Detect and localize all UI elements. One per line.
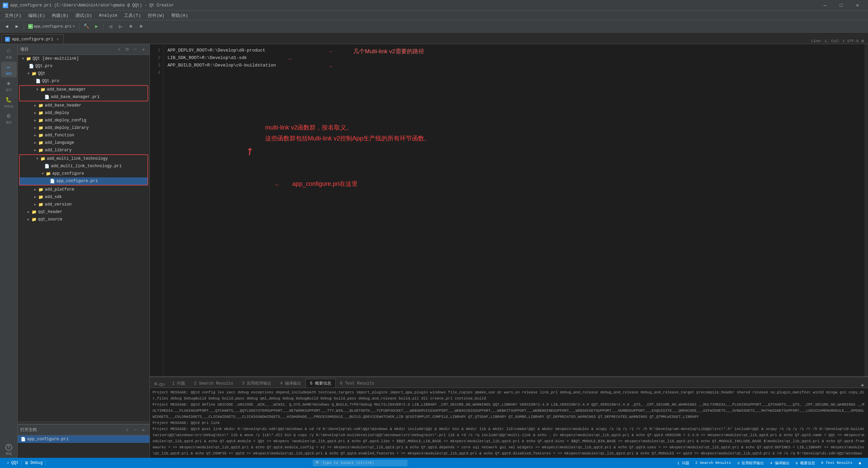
sdk-icon: 📁	[38, 194, 43, 200]
menu-controls[interactable]: 控件(W)	[144, 11, 168, 20]
language-icon: 📁	[38, 140, 43, 145]
sidebar-item-welcome[interactable]: ⌂ 欢迎	[1, 45, 17, 61]
tree-item-qqt-header[interactable]: ▶ 📁 qqt_header	[18, 208, 150, 216]
nav-back-button[interactable]: ◁	[106, 22, 115, 31]
lower-sync-btn[interactable]: —	[132, 427, 139, 433]
tree-item-multilink-pri[interactable]: 📄 add_multi_link_technology.pri	[20, 162, 147, 170]
annotation-multilink-text: multi-link v2函数群，按名取义。 这些函数群包括Multi-link…	[265, 122, 430, 144]
tree-item-qqt-source[interactable]: ▶ 📁 qqt_source	[18, 216, 150, 223]
lower-filter-btn[interactable]: ⚡	[124, 427, 131, 433]
bottom-content: Project MESSAGE: QQtd config lex yacc de…	[150, 388, 868, 458]
menu-help[interactable]: 帮助(H)	[168, 11, 191, 20]
minimize-button[interactable]: —	[817, 0, 833, 11]
line-num-2: 2	[150, 54, 160, 62]
maximize-button[interactable]: □	[833, 0, 849, 11]
tree-item-version[interactable]: ▶ 📁 add_version	[18, 201, 150, 208]
status-tab-app-output[interactable]: 3 应用程序输出	[734, 461, 767, 466]
collapse-btn[interactable]: —	[132, 46, 139, 53]
tree-item-root[interactable]: ▼ 📁 QQt [dev-multilink]	[18, 55, 150, 62]
qqtpro-inner-icon: 📄	[35, 78, 41, 84]
chevron-right-icon9: ▶	[33, 195, 38, 199]
status-tab-summary[interactable]: 6 概要信息	[793, 461, 818, 466]
bottom-tab-summary[interactable]: 6 概要信息	[305, 379, 335, 388]
close-button[interactable]: ✕	[850, 0, 865, 11]
menu-edit[interactable]: 编辑(E)	[25, 11, 48, 20]
close-panel-btn[interactable]: ✕	[140, 46, 147, 53]
bottom-tab-test[interactable]: 8 Test Results	[336, 379, 379, 388]
bottom-tab-problems[interactable]: 1 问题	[168, 379, 190, 388]
filetree-hscrollbar[interactable]	[18, 421, 150, 424]
tab-close-button[interactable]: ✕	[55, 37, 60, 42]
tree-item-language[interactable]: ▶ 📁 add_language	[18, 139, 150, 147]
tree-item-library[interactable]: ▶ 📁 add_library	[18, 147, 150, 154]
bottom-tab-compile[interactable]: 4 编译输出	[276, 379, 305, 388]
toolbar-sep2	[79, 23, 80, 30]
bottom-summary-icon[interactable]: ≡	[154, 381, 157, 387]
sidebar-item-edit[interactable]: ✏ 编辑	[1, 62, 17, 77]
base-mgr-pri-label: add_base_manager.pri	[51, 95, 100, 99]
tree-item-function[interactable]: ▶ 📁 add_function	[18, 132, 150, 139]
bottom-prev-btn[interactable]: ◁	[158, 381, 161, 388]
tree-item-deploy-lib[interactable]: ▶ 📁 add_deploy_library	[18, 124, 150, 132]
settings-icon[interactable]: ⚙	[861, 38, 864, 44]
sidebar-item-project[interactable]: ⚙ 项目	[1, 111, 17, 126]
menu-analyze[interactable]: Analyze	[96, 11, 121, 20]
menu-build[interactable]: 构建(B)	[48, 11, 72, 20]
forward-button[interactable]: ▶	[12, 22, 22, 31]
menu-file[interactable]: 文件(F)	[1, 11, 25, 20]
tab-app-configure[interactable]: p app_configure.pri ✕	[1, 34, 64, 44]
back-button[interactable]: ◀	[2, 22, 12, 31]
menu-tools[interactable]: 工具(T)	[121, 11, 144, 20]
tree-item-qqtpro[interactable]: 📄 QQt.pro	[18, 62, 150, 70]
lower-file-item-app-configure[interactable]: 📄 app_configure.pri	[18, 435, 150, 443]
bookmark-button[interactable]: ⊕	[126, 22, 136, 31]
tree-item-app-configure-pri[interactable]: 📄 app_configure.pri	[20, 177, 147, 185]
bottom-panel-controls: ≡ ◁ ▷	[151, 381, 168, 388]
tree-item-platform[interactable]: ▶ 📁 add_platform	[18, 186, 150, 193]
qqt-header-icon: 📁	[31, 209, 37, 215]
bottom-tab-app-output[interactable]: 3 应用程序输出	[238, 379, 276, 388]
tree-item-qqt[interactable]: ▼ 📁 QQt	[18, 70, 150, 77]
qqt-arrow: ▼	[26, 72, 31, 76]
debug-icon: 🐛	[5, 96, 13, 104]
bottom-collapse-btn[interactable]: ▲	[859, 382, 867, 388]
status-tab-test[interactable]: 8 Test Results	[818, 461, 855, 465]
bottom-tab-search[interactable]: 2 Search Results	[190, 379, 237, 388]
sidebar-item-help[interactable]: ? 帮助	[1, 442, 17, 458]
status-tab-problems[interactable]: 1 问题	[674, 461, 692, 466]
status-search-bar[interactable]: 🔍 Type to locate (Ctrl+K)	[313, 460, 408, 466]
close-doc-button[interactable]: ⊗	[136, 22, 146, 31]
bottom-next-btn[interactable]: ▷	[162, 381, 165, 388]
root-folder-icon: 📁	[26, 56, 31, 61]
status-tab-search[interactable]: 2 Search Results	[693, 461, 734, 465]
app-configure-folder-icon: 📁	[45, 171, 51, 176]
tree-item-base-mgr[interactable]: ▼ 📁 add_base_manager	[20, 86, 147, 93]
run-button[interactable]: ▶	[92, 22, 101, 31]
tree-item-base-header[interactable]: ▶ 📁 add_base_header	[18, 102, 150, 109]
window-title: app_configure.pri (C:\Users\Administrato…	[10, 3, 174, 8]
menu-debug[interactable]: 调试(D)	[72, 11, 95, 20]
platform-label: add_platform	[45, 187, 74, 192]
filter-btn[interactable]: ⚡	[116, 46, 122, 53]
tree-item-multilink[interactable]: ▼ 📁 add_multi_link_technology	[20, 155, 147, 162]
app-configure-pri-icon: 📄	[50, 178, 55, 184]
run-config-button[interactable]: ▶ app_configure.pri ▾	[26, 22, 77, 31]
sidebar-item-debug[interactable]: 🐛 Debug	[1, 94, 17, 110]
tree-item-deploy-config[interactable]: ▶ 📁 add_deploy_config	[18, 117, 150, 124]
tree-item-base-mgr-pri[interactable]: 📄 add_base_manager.pri	[20, 93, 147, 101]
sidebar-item-design[interactable]: ◈ 设计	[1, 78, 17, 94]
lower-close-btn[interactable]: ✕	[140, 427, 147, 433]
bottom-text: Project MESSAGE: QQtd config lex yacc de…	[153, 390, 864, 458]
tree-item-app-configure-folder[interactable]: ▼ 📁 app_configure	[20, 170, 147, 177]
status-tab-compile[interactable]: 4 编译输出	[767, 461, 792, 466]
tree-item-qqt-pro-inner[interactable]: 📄 QQt.pro	[18, 77, 150, 85]
build-button[interactable]: 🔨	[82, 22, 91, 31]
code-content-wrapper[interactable]: APP_DEPLOY_ROOT=R:\Develop\d0-product LI…	[163, 44, 865, 376]
tree-item-sdk[interactable]: ▶ 📁 add_sdk	[18, 193, 150, 201]
tree-item-deploy[interactable]: ▶ 📁 add_deploy	[18, 109, 150, 117]
status-up-icon[interactable]: ▲	[856, 461, 864, 466]
welcome-icon: ⌂	[5, 47, 13, 54]
sync-btn[interactable]: ⟳	[124, 46, 131, 53]
nav-forward-button[interactable]: ▷	[116, 22, 125, 31]
editor-vscrollbar[interactable]	[865, 44, 868, 376]
